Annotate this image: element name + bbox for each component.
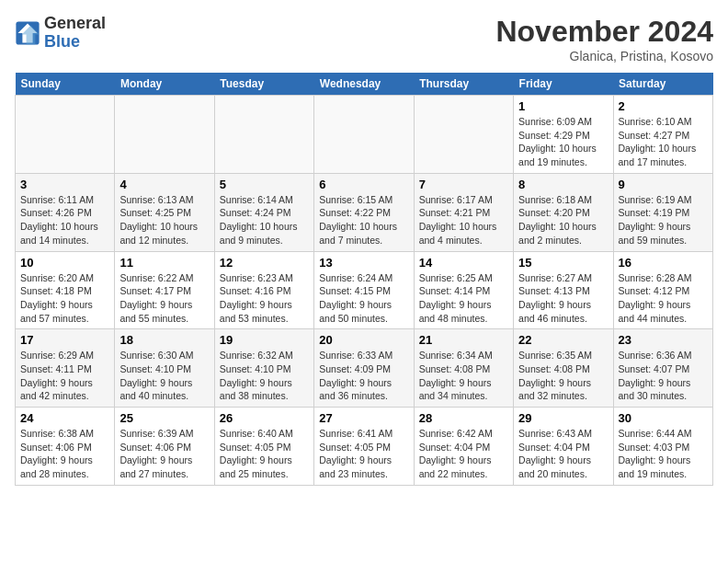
day-number: 8 [518, 178, 608, 191]
day-number: 15 [518, 256, 608, 270]
calendar-cell: 19Sunrise: 6:32 AM Sunset: 4:10 PM Dayli… [214, 329, 313, 408]
title-block: November 2024 Glanica, Pristina, Kosovo [495, 15, 713, 63]
day-info: Sunrise: 6:27 AM Sunset: 4:13 PM Dayligh… [518, 271, 608, 326]
day-number: 18 [119, 333, 209, 347]
calendar-cell [414, 96, 513, 174]
day-number: 2 [619, 99, 708, 113]
day-number: 16 [619, 256, 708, 270]
day-info: Sunrise: 6:10 AM Sunset: 4:27 PM Dayligh… [619, 115, 708, 169]
calendar-cell: 20Sunrise: 6:33 AM Sunset: 4:09 PM Dayli… [314, 329, 414, 408]
page-header: General Blue November 2024 Glanica, Pris… [15, 15, 713, 63]
calendar-week-row: 24Sunrise: 6:38 AM Sunset: 4:06 PM Dayli… [16, 408, 713, 486]
calendar-cell [214, 96, 313, 174]
calendar-cell: 14Sunrise: 6:25 AM Sunset: 4:14 PM Dayli… [414, 251, 513, 329]
day-number: 1 [518, 99, 608, 113]
calendar-cell: 9Sunrise: 6:19 AM Sunset: 4:19 PM Daylig… [613, 173, 712, 251]
weekday-header-saturday: Saturday [613, 73, 712, 96]
calendar-cell: 25Sunrise: 6:39 AM Sunset: 4:06 PM Dayli… [115, 408, 214, 486]
calendar-cell [115, 96, 214, 174]
day-number: 24 [20, 411, 109, 425]
day-info: Sunrise: 6:23 AM Sunset: 4:16 PM Dayligh… [220, 271, 309, 326]
day-info: Sunrise: 6:43 AM Sunset: 4:04 PM Dayligh… [518, 427, 608, 481]
calendar-cell: 11Sunrise: 6:22 AM Sunset: 4:17 PM Dayli… [115, 251, 214, 329]
day-number: 30 [619, 411, 708, 425]
day-number: 5 [220, 178, 309, 191]
calendar-cell: 18Sunrise: 6:30 AM Sunset: 4:10 PM Dayli… [115, 329, 214, 408]
weekday-header-row: SundayMondayTuesdayWednesdayThursdayFrid… [16, 73, 713, 96]
calendar-cell: 16Sunrise: 6:28 AM Sunset: 4:12 PM Dayli… [613, 251, 712, 329]
calendar-cell: 28Sunrise: 6:42 AM Sunset: 4:04 PM Dayli… [414, 408, 513, 486]
day-number: 13 [319, 256, 408, 270]
day-number: 21 [419, 333, 508, 347]
day-number: 28 [419, 411, 508, 425]
day-number: 25 [119, 411, 209, 425]
calendar-cell: 24Sunrise: 6:38 AM Sunset: 4:06 PM Dayli… [16, 408, 115, 486]
calendar-cell: 10Sunrise: 6:20 AM Sunset: 4:18 PM Dayli… [16, 251, 115, 329]
day-number: 29 [518, 411, 608, 425]
day-info: Sunrise: 6:32 AM Sunset: 4:10 PM Dayligh… [220, 349, 309, 403]
day-info: Sunrise: 6:11 AM Sunset: 4:26 PM Dayligh… [20, 193, 109, 247]
day-info: Sunrise: 6:41 AM Sunset: 4:05 PM Dayligh… [319, 427, 408, 481]
day-number: 4 [119, 178, 209, 191]
day-info: Sunrise: 6:29 AM Sunset: 4:11 PM Dayligh… [20, 349, 109, 403]
calendar-cell: 5Sunrise: 6:14 AM Sunset: 4:24 PM Daylig… [214, 173, 313, 251]
day-info: Sunrise: 6:18 AM Sunset: 4:20 PM Dayligh… [518, 193, 608, 247]
calendar-cell: 29Sunrise: 6:43 AM Sunset: 4:04 PM Dayli… [514, 408, 613, 486]
calendar-week-row: 10Sunrise: 6:20 AM Sunset: 4:18 PM Dayli… [16, 251, 713, 329]
weekday-header-friday: Friday [514, 73, 613, 96]
calendar-cell: 26Sunrise: 6:40 AM Sunset: 4:05 PM Dayli… [214, 408, 313, 486]
calendar-cell: 27Sunrise: 6:41 AM Sunset: 4:05 PM Dayli… [314, 408, 414, 486]
location-subtitle: Glanica, Pristina, Kosovo [495, 49, 713, 63]
calendar-cell: 15Sunrise: 6:27 AM Sunset: 4:13 PM Dayli… [514, 251, 613, 329]
day-number: 12 [220, 256, 309, 270]
day-info: Sunrise: 6:19 AM Sunset: 4:19 PM Dayligh… [619, 193, 708, 247]
calendar-cell: 13Sunrise: 6:24 AM Sunset: 4:15 PM Dayli… [314, 251, 414, 329]
calendar-week-row: 1Sunrise: 6:09 AM Sunset: 4:29 PM Daylig… [16, 96, 713, 174]
day-info: Sunrise: 6:34 AM Sunset: 4:08 PM Dayligh… [419, 349, 508, 403]
day-number: 26 [220, 411, 309, 425]
logo-icon [15, 20, 40, 46]
calendar-cell: 1Sunrise: 6:09 AM Sunset: 4:29 PM Daylig… [514, 96, 613, 174]
day-info: Sunrise: 6:39 AM Sunset: 4:06 PM Dayligh… [119, 427, 209, 481]
day-number: 6 [319, 178, 408, 191]
calendar-cell: 12Sunrise: 6:23 AM Sunset: 4:16 PM Dayli… [214, 251, 313, 329]
logo: General Blue [15, 15, 106, 52]
day-info: Sunrise: 6:30 AM Sunset: 4:10 PM Dayligh… [119, 349, 209, 403]
day-info: Sunrise: 6:36 AM Sunset: 4:07 PM Dayligh… [619, 349, 708, 403]
day-number: 3 [20, 178, 109, 191]
calendar-cell: 3Sunrise: 6:11 AM Sunset: 4:26 PM Daylig… [16, 173, 115, 251]
calendar-week-row: 3Sunrise: 6:11 AM Sunset: 4:26 PM Daylig… [16, 173, 713, 251]
logo-line1: General [44, 15, 106, 33]
calendar-cell: 2Sunrise: 6:10 AM Sunset: 4:27 PM Daylig… [613, 96, 712, 174]
day-number: 17 [20, 333, 109, 347]
weekday-header-thursday: Thursday [414, 73, 513, 96]
calendar-week-row: 17Sunrise: 6:29 AM Sunset: 4:11 PM Dayli… [16, 329, 713, 408]
day-info: Sunrise: 6:42 AM Sunset: 4:04 PM Dayligh… [419, 427, 508, 481]
calendar-cell [314, 96, 414, 174]
day-info: Sunrise: 6:14 AM Sunset: 4:24 PM Dayligh… [220, 193, 309, 247]
calendar-cell: 4Sunrise: 6:13 AM Sunset: 4:25 PM Daylig… [115, 173, 214, 251]
calendar-cell: 7Sunrise: 6:17 AM Sunset: 4:21 PM Daylig… [414, 173, 513, 251]
calendar-cell: 22Sunrise: 6:35 AM Sunset: 4:08 PM Dayli… [514, 329, 613, 408]
weekday-header-monday: Monday [115, 73, 214, 96]
calendar-cell [16, 96, 115, 174]
day-number: 22 [518, 333, 608, 347]
calendar-table: SundayMondayTuesdayWednesdayThursdayFrid… [15, 73, 713, 486]
calendar-cell: 6Sunrise: 6:15 AM Sunset: 4:22 PM Daylig… [314, 173, 414, 251]
day-info: Sunrise: 6:22 AM Sunset: 4:17 PM Dayligh… [119, 271, 209, 326]
day-info: Sunrise: 6:35 AM Sunset: 4:08 PM Dayligh… [518, 349, 608, 403]
day-info: Sunrise: 6:44 AM Sunset: 4:03 PM Dayligh… [619, 427, 708, 481]
day-number: 10 [20, 256, 109, 270]
calendar-cell: 30Sunrise: 6:44 AM Sunset: 4:03 PM Dayli… [613, 408, 712, 486]
day-info: Sunrise: 6:25 AM Sunset: 4:14 PM Dayligh… [419, 271, 508, 326]
day-number: 14 [419, 256, 508, 270]
weekday-header-wednesday: Wednesday [314, 73, 414, 96]
calendar-cell: 23Sunrise: 6:36 AM Sunset: 4:07 PM Dayli… [613, 329, 712, 408]
day-info: Sunrise: 6:09 AM Sunset: 4:29 PM Dayligh… [518, 115, 608, 169]
day-info: Sunrise: 6:24 AM Sunset: 4:15 PM Dayligh… [319, 271, 408, 326]
day-info: Sunrise: 6:20 AM Sunset: 4:18 PM Dayligh… [20, 271, 109, 326]
day-number: 23 [619, 333, 708, 347]
day-info: Sunrise: 6:40 AM Sunset: 4:05 PM Dayligh… [220, 427, 309, 481]
day-info: Sunrise: 6:33 AM Sunset: 4:09 PM Dayligh… [319, 349, 408, 403]
logo-line2: Blue [44, 33, 106, 52]
